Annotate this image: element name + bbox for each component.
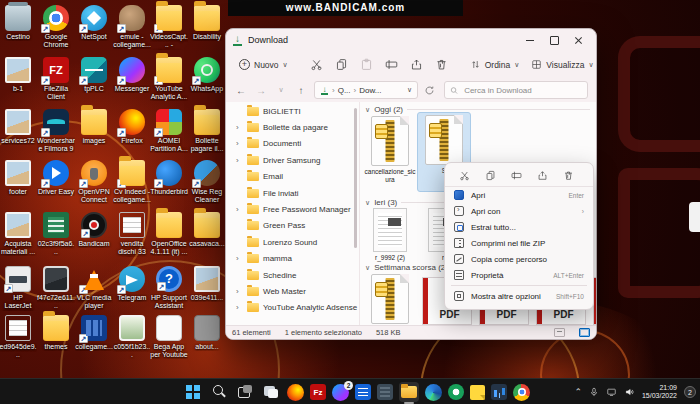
menu-item[interactable]: Apri con› [445,203,593,219]
collapse-chevron-icon[interactable]: ∨ [365,199,370,207]
menu-item[interactable]: Comprimi nel file ZIP [445,235,593,251]
desktop-icon[interactable]: ↗NetSpot [75,5,113,41]
collapse-chevron-icon[interactable]: ∨ [365,106,370,114]
notification-badge[interactable]: 2 [684,386,696,398]
start-taskbar-icon[interactable] [183,382,203,402]
desktop-icon[interactable]: ↗VLC media player [75,266,113,310]
desktop-icon[interactable]: ↗emule - collegame... [113,5,151,49]
microphone-icon[interactable] [589,387,599,397]
desktop-icon[interactable]: 02c3f9f5a6... [37,212,75,256]
desktop-icon[interactable]: ↗collegame... [75,315,113,351]
sidebar-item[interactable]: Lorenzo Sound [226,234,359,250]
file-tile-zip1[interactable]: cancellazione_sicura [363,114,417,183]
calculator-taskbar-icon[interactable] [377,384,393,400]
copy-button[interactable] [330,55,353,74]
sidebar-item[interactable]: Schedine [226,267,359,283]
desktop-icon[interactable]: ↗Cv Indeed - collegame... [113,160,151,204]
menu-item[interactable]: Estrai tutto... [445,219,593,235]
details-view-toggle[interactable] [554,328,565,337]
copy-quick-button[interactable] [483,168,497,182]
filezilla-taskbar-icon[interactable]: Fz [310,384,326,400]
desktop-icon[interactable]: Disability [188,5,226,41]
file-tile-pdf1[interactable]: r_9992 (2) [363,208,417,262]
maximize-button[interactable] [542,32,566,48]
desktop-icon[interactable]: Bega App per Youtube [150,315,188,359]
desktop-icon[interactable]: ↗AOMEI Partition A... [150,109,188,153]
file-tile-zip3[interactable] [363,272,417,324]
sidebar-scrollbar[interactable] [354,108,357,248]
desktop-icon[interactable]: ↗Wise Reg Cleaner [188,160,226,204]
up-button[interactable]: ↑ [294,85,308,96]
sidebar-item[interactable]: Email [226,169,359,185]
menu-item[interactable]: ApriEnter [445,187,593,203]
tray-overflow-chevron-icon[interactable]: ⌃ [574,387,582,397]
desktop-icon[interactable]: ↗Firefox [113,109,151,145]
collapse-chevron-icon[interactable]: ∨ [365,264,370,272]
monitor-taskbar-icon[interactable] [491,384,507,400]
breadcrumb-item[interactable]: Q... [338,86,351,95]
desktop-icon[interactable]: ↗VideosCapt... - collegam... [150,5,188,50]
notesapp-taskbar-icon[interactable] [355,384,371,400]
sidebar-item[interactable]: Green Pass [226,218,359,234]
search-box[interactable] [444,81,588,99]
refresh-button[interactable] [424,85,438,96]
desktop-icon[interactable]: f47c72e611... [37,266,75,310]
sidebar-item[interactable]: ›Bollette da pagare [226,119,359,135]
desktop-icon[interactable]: ed9645de9... [0,315,37,359]
desktop-icon[interactable]: ↗Driver Easy [37,160,75,196]
search-taskbar-icon[interactable] [209,382,229,402]
display-cast-icon[interactable] [606,387,617,397]
firefox-taskbar-icon[interactable] [287,384,304,401]
sidebar-item[interactable]: ›YouTube Analytic Adsense [226,300,359,316]
explorer-taskbar-icon[interactable] [399,382,419,402]
breadcrumb[interactable]: ↓ › Q... › Dow... ∨ [314,81,418,99]
minimize-button[interactable] [518,32,542,48]
breadcrumb-item[interactable]: Dow... [359,86,381,95]
desktop-icon[interactable]: ↗YouTube Analytic A... [150,57,188,101]
search-input[interactable] [462,85,582,96]
sidebar-item[interactable]: ›Documenti [226,136,359,152]
paste-button[interactable] [355,55,378,74]
appwindow-taskbar-icon[interactable] [261,382,281,402]
sidebar-item[interactable]: ›mamma [226,251,359,267]
desktop-icon[interactable]: Acquista materiali ... [0,212,37,256]
desktop-icon[interactable]: Bollette pagare il... [188,109,226,153]
desktop-icon[interactable]: b-1 [0,57,37,93]
desktop-icon[interactable]: ↗Wondershare Filmora 9 [37,109,75,153]
desktop-icon[interactable]: Cestino [0,5,37,41]
new-button[interactable]: + Nuovo ∨ [234,56,293,73]
desktop-icon[interactable]: ↗Telegram [113,266,151,302]
desktop-icon[interactable]: 039e411... [188,266,226,302]
delete-button[interactable] [430,55,453,74]
chrome-taskbar-icon[interactable] [513,384,530,401]
desktop-icon[interactable]: ↗WhatsApp [188,57,226,93]
clock[interactable]: 21:09 15/03/2022 [642,384,677,400]
share-button[interactable] [405,55,428,74]
view-button[interactable]: Visualizza ∨ [526,56,597,73]
desktop-icon[interactable]: ↗OpenVPN Connect [75,160,113,204]
forward-button[interactable]: → [254,85,268,96]
desktop-icon[interactable]: ↗Messenger [113,57,151,93]
sidebar-item[interactable]: File inviati [226,185,359,201]
desktop-icon[interactable]: ↗Google Chrome [37,5,75,49]
rename-button[interactable] [380,55,403,74]
close-button[interactable] [566,32,590,48]
cut-quick-button[interactable] [457,168,471,182]
desktop-icon[interactable]: c055f1b23... [113,315,151,359]
group-header-today[interactable]: ∨ Oggi (2) [365,105,590,114]
speaker-icon[interactable] [624,387,635,397]
desktop-icon[interactable]: ↗tpPLC [75,57,113,93]
desktop-icon[interactable]: casavaca... [188,212,226,248]
sticky-taskbar-icon[interactable] [470,385,485,400]
delete-quick-button[interactable] [561,168,575,182]
sidebar-item[interactable]: ›Free Password Manager [226,201,359,217]
messenger-taskbar-icon[interactable]: 2 [332,384,349,401]
rename-quick-button[interactable] [509,168,523,182]
desktop-icon[interactable]: vendita dischi 33 Giri [113,212,151,257]
menu-item[interactable]: Mostra altre opzioniShift+F10 [445,288,593,304]
desktop-icon[interactable]: footer [0,160,37,196]
greenapp-taskbar-icon[interactable] [448,384,464,400]
share-quick-button[interactable] [535,168,549,182]
menu-item[interactable]: Copia come percorso [445,251,593,267]
sidebar-item[interactable]: ›Web Master [226,283,359,299]
